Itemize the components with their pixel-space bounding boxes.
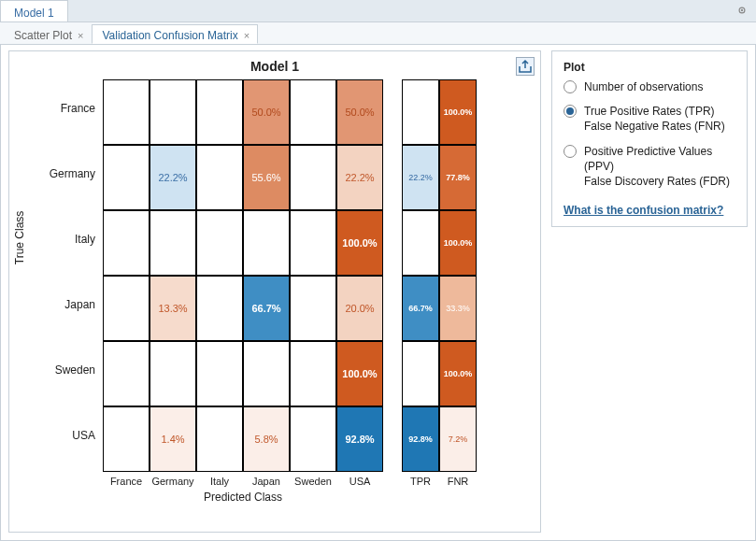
- col-label: Sweden: [290, 476, 336, 487]
- heatmap-cell: 22.2%: [150, 145, 196, 210]
- tab-confusion-matrix[interactable]: Validation Confusion Matrix ×: [92, 24, 258, 44]
- heatmap-cell: [196, 341, 243, 406]
- heatmap-cell: 50.0%: [243, 79, 290, 145]
- fnr-cell: 100.0%: [439, 210, 477, 276]
- tpr-cell: [402, 341, 439, 406]
- heatmap-cell: 66.7%: [243, 276, 290, 341]
- row-label: USA: [30, 429, 95, 442]
- row-label: Japan: [30, 298, 95, 311]
- heatmap-cell: [103, 145, 150, 210]
- heatmap-cell: [196, 210, 243, 276]
- heatmap-cell: [103, 341, 150, 406]
- col-label: TPR: [402, 476, 439, 487]
- heatmap-cell: [290, 276, 336, 341]
- heatmap-cell: [290, 341, 336, 406]
- x-axis-label: Predicted Class: [103, 491, 383, 504]
- heatmap-cell: [290, 145, 336, 210]
- tab-scatter-plot[interactable]: Scatter Plot ×: [4, 24, 92, 44]
- outer-tab-model1[interactable]: Model 1: [0, 0, 68, 21]
- tpr-cell: [402, 210, 439, 276]
- fnr-cell: 33.3%: [439, 276, 477, 341]
- col-label: Germany: [150, 476, 196, 487]
- radio-icon: [563, 145, 577, 158]
- col-label: USA: [336, 476, 383, 487]
- heatmap-cell: 22.2%: [336, 145, 383, 210]
- heatmap-cell: [196, 79, 243, 145]
- heatmap-cell: [150, 341, 196, 406]
- y-axis-label: True Class: [13, 211, 26, 265]
- heatmap-cell: 20.0%: [336, 276, 383, 341]
- fnr-cell: 100.0%: [439, 341, 477, 406]
- heatmap-cell: 100.0%: [336, 341, 383, 406]
- col-label: Japan: [243, 476, 290, 487]
- plot-options-panel: Plot Number of observations True Positiv…: [551, 50, 748, 227]
- tab-label: Validation Confusion Matrix: [102, 29, 237, 42]
- tab-label: Scatter Plot: [14, 29, 72, 42]
- radio-number-observations[interactable]: Number of observations: [563, 79, 735, 94]
- heatmap-cell: [196, 406, 243, 472]
- gear-icon[interactable]: [735, 4, 749, 20]
- fnr-cell: 100.0%: [439, 79, 477, 145]
- fnr-cell: 7.2%: [439, 406, 477, 472]
- col-label: FNR: [439, 476, 477, 487]
- col-label: Italy: [196, 476, 243, 487]
- radio-label: Positive Predictive Values (PPV)False Di…: [584, 144, 735, 190]
- radio-label: Number of observations: [584, 79, 703, 94]
- heatmap-cell: [243, 210, 290, 276]
- tpr-cell: 92.8%: [402, 406, 439, 472]
- chart-title: Model 1: [9, 59, 540, 74]
- outer-tab-label: Model 1: [14, 7, 54, 20]
- fnr-cell: 77.8%: [439, 145, 477, 210]
- heatmap-cell: [243, 341, 290, 406]
- heatmap-cell: [290, 79, 336, 145]
- svg-point-1: [741, 9, 743, 11]
- close-icon[interactable]: ×: [78, 30, 83, 41]
- heatmap-cell: 5.8%: [243, 406, 290, 472]
- heatmap-cell: [150, 79, 196, 145]
- col-label: France: [103, 476, 150, 487]
- heatmap-cell: 55.6%: [243, 145, 290, 210]
- tpr-cell: [402, 79, 439, 145]
- heatmap-cell: [103, 79, 150, 145]
- heatmap-cell: [290, 210, 336, 276]
- close-icon[interactable]: ×: [244, 30, 250, 41]
- heatmap-cell: 50.0%: [336, 79, 383, 145]
- heatmap-cell: [196, 276, 243, 341]
- row-label: Italy: [30, 233, 95, 246]
- heatmap-cell: 92.8%: [336, 406, 383, 472]
- radio-icon: [563, 80, 577, 93]
- heatmap-cell: [196, 145, 243, 210]
- help-link-confusion-matrix[interactable]: What is the confusion matrix?: [563, 204, 723, 217]
- confusion-matrix-plot: Model 1 True Class France Germany Italy …: [8, 50, 541, 533]
- heatmap-cell: 100.0%: [336, 210, 383, 276]
- row-label: France: [30, 102, 95, 115]
- row-label: Germany: [30, 167, 95, 180]
- heatmap-cell: [103, 210, 150, 276]
- radio-ppv-fdr[interactable]: Positive Predictive Values (PPV)False Di…: [563, 144, 735, 190]
- heatmap-cell: 1.4%: [150, 406, 196, 472]
- row-label: Sweden: [30, 363, 95, 377]
- heatmap-cell: [103, 276, 150, 341]
- heatmap-cell: [150, 210, 196, 276]
- radio-label: True Positive Rates (TPR)False Negative …: [584, 104, 725, 134]
- panel-title: Plot: [563, 61, 735, 74]
- tpr-cell: 22.2%: [402, 145, 439, 210]
- heatmap-cell: [290, 406, 336, 472]
- heatmap-cell: 13.3%: [150, 276, 196, 341]
- radio-tpr-fnr[interactable]: True Positive Rates (TPR)False Negative …: [563, 104, 735, 134]
- tpr-cell: 66.7%: [402, 276, 439, 341]
- heatmap-cell: [103, 406, 150, 472]
- radio-icon: [563, 105, 577, 118]
